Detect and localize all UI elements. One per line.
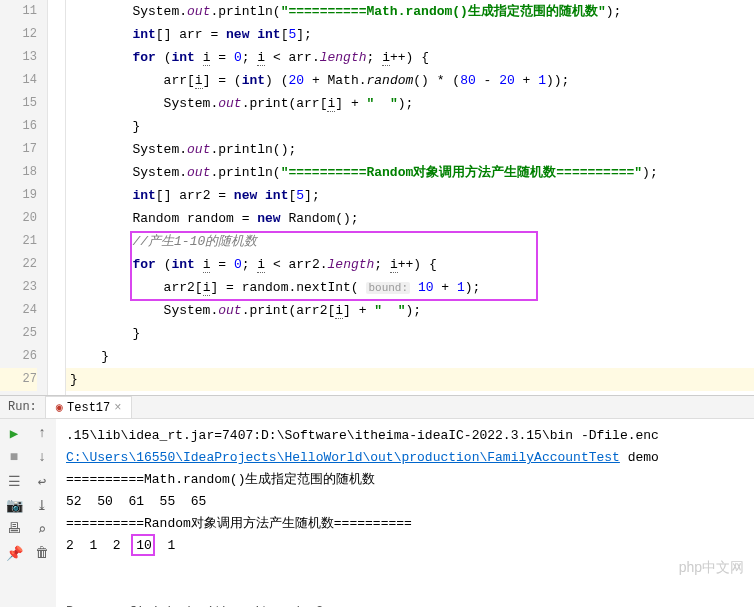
watermark: php中文网 <box>679 559 744 577</box>
pin-icon[interactable]: 📌 <box>6 545 22 561</box>
code-line[interactable]: } <box>66 115 754 138</box>
editor-area: 11 12 13 14 15 16 17 18 19 20 21 22 23 2… <box>0 0 754 395</box>
code-line[interactable]: //产生1-10的随机数 <box>66 230 754 253</box>
line-number: 25 <box>0 322 37 345</box>
softwrap-icon[interactable]: ↩ <box>34 473 50 489</box>
run-header: Run: ◉ Test17 × <box>0 396 754 419</box>
line-number: 15 <box>0 92 37 115</box>
run-toolbar-inner: ↑ ↓ ↩ ⤓ ⌕ 🗑 <box>28 419 56 607</box>
line-number: 18 <box>0 161 37 184</box>
run-panel: Run: ◉ Test17 × ▶ ■ ☰ 📷 🖶 📌 ↑ ↓ ↩ ⤓ ⌕ 🗑 … <box>0 395 754 607</box>
line-number: 24 <box>0 299 37 322</box>
code-line[interactable]: int[] arr2 = new int[5]; <box>66 184 754 207</box>
camera-icon[interactable]: 📷 <box>6 497 22 513</box>
line-number: 16 <box>0 115 37 138</box>
console-line: 52 50 61 55 65 <box>66 491 744 513</box>
code-line[interactable]: for (int i = 0; i < arr.length; i++) { <box>66 46 754 69</box>
run-label: Run: <box>8 400 37 414</box>
code-line[interactable]: } <box>66 322 754 345</box>
console-link[interactable]: C:\Users\16550\IdeaProjects\HelloWorld\o… <box>66 450 620 465</box>
console-line: ==========Math.random()生成指定范围的随机数 <box>66 469 744 491</box>
exit-code-line: Process finished with exit code 0 <box>66 601 744 607</box>
console-output[interactable]: .15\lib\idea_rt.jar=7407:D:\Software\ith… <box>56 419 754 607</box>
code-line[interactable]: Random random = new Random(); <box>66 207 754 230</box>
code-line[interactable]: System.out.print(arr[i] + " "); <box>66 92 754 115</box>
code-line[interactable]: System.out.println(); <box>66 138 754 161</box>
line-number: 23 <box>0 276 37 299</box>
code-line[interactable]: } <box>66 368 754 391</box>
print-icon[interactable]: 🖶 <box>6 521 22 537</box>
close-icon[interactable]: × <box>114 401 121 415</box>
code-line[interactable]: System.out.print(arr2[i] + " "); <box>66 299 754 322</box>
line-gutter: 11 12 13 14 15 16 17 18 19 20 21 22 23 2… <box>0 0 48 395</box>
code-line[interactable]: for (int i = 0; i < arr2.length; i++) { <box>66 253 754 276</box>
up-icon[interactable]: ↑ <box>34 425 50 441</box>
code-line[interactable]: int[] arr = new int[5]; <box>66 23 754 46</box>
fold-column <box>48 0 66 395</box>
run-toolbar-left: ▶ ■ ☰ 📷 🖶 📌 <box>0 419 28 607</box>
code-line[interactable]: arr[i] = (int) (20 + Math.random() * (80… <box>66 69 754 92</box>
code-line[interactable]: arr2[i] = random.nextInt( bound: 10 + 1)… <box>66 276 754 299</box>
line-number: 12 <box>0 23 37 46</box>
code-line[interactable]: System.out.println("==========Math.rando… <box>66 0 754 23</box>
console-line: C:\Users\16550\IdeaProjects\HelloWorld\o… <box>66 447 744 469</box>
line-number: 20 <box>0 207 37 230</box>
rerun-icon[interactable]: ▶ <box>6 425 22 441</box>
run-tab-label: Test17 <box>67 401 110 415</box>
trash-icon[interactable]: 🗑 <box>34 545 50 561</box>
filter-icon[interactable]: ⌕ <box>34 521 50 537</box>
code-line[interactable]: } <box>66 345 754 368</box>
layout-icon[interactable]: ☰ <box>6 473 22 489</box>
line-number: 27 <box>0 368 37 391</box>
code-line[interactable]: System.out.println("==========Random对象调用… <box>66 161 754 184</box>
console-line: .15\lib\idea_rt.jar=7407:D:\Software\ith… <box>66 425 744 447</box>
run-tab[interactable]: ◉ Test17 × <box>45 396 133 418</box>
line-number: 17 <box>0 138 37 161</box>
line-number: 19 <box>0 184 37 207</box>
line-number: 13 <box>0 46 37 69</box>
code-editor[interactable]: System.out.println("==========Math.rando… <box>66 0 754 395</box>
java-icon: ◉ <box>56 400 63 415</box>
line-number: 22 <box>0 253 37 276</box>
down-icon[interactable]: ↓ <box>34 449 50 465</box>
scroll-icon[interactable]: ⤓ <box>34 497 50 513</box>
line-number: 26 <box>0 345 37 368</box>
run-body: ▶ ■ ☰ 📷 🖶 📌 ↑ ↓ ↩ ⤓ ⌕ 🗑 .15\lib\idea_rt.… <box>0 419 754 607</box>
line-number: 21 <box>0 230 37 253</box>
console-line: ==========Random对象调用方法产生随机数========== <box>66 513 744 535</box>
line-number: 14 <box>0 69 37 92</box>
line-number: 11 <box>0 0 37 23</box>
stop-icon[interactable]: ■ <box>6 449 22 465</box>
console-line: 2 1 2 10 1 <box>66 535 744 601</box>
